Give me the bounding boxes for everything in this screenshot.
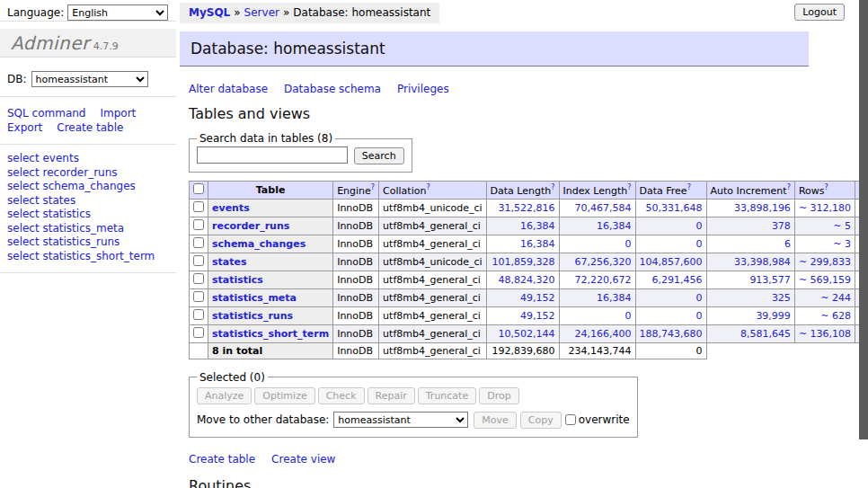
data-free-link[interactable]: 0	[696, 292, 703, 304]
table-name-link[interactable]: events	[212, 202, 250, 214]
sidebar-table-link[interactable]: statistics_short_term	[42, 250, 155, 262]
table-name-link[interactable]: statistics	[212, 274, 263, 286]
rows-link[interactable]: ~ 244	[820, 292, 851, 304]
index-length-link[interactable]: 70,467,584	[575, 202, 632, 214]
row-checkbox[interactable]	[193, 327, 204, 338]
sidebar-select-link[interactable]: select	[7, 194, 40, 207]
truncate-button[interactable]: Truncate	[418, 387, 476, 404]
data-length-link[interactable]: 10,502,144	[499, 328, 555, 340]
create-table-link[interactable]: Create table	[189, 453, 255, 466]
data-free-link[interactable]: 0	[696, 238, 703, 250]
help-link-icon[interactable]: ?	[426, 183, 430, 191]
copy-button[interactable]: Copy	[520, 412, 562, 429]
table-name-link[interactable]: recorder_runs	[212, 220, 289, 232]
help-link-icon[interactable]: ?	[627, 183, 631, 191]
index-length-link[interactable]: 72,220,672	[575, 274, 632, 286]
sidebar-link-sql-command[interactable]: SQL command	[7, 107, 85, 120]
table-name-link[interactable]: statistics_meta	[212, 292, 297, 304]
help-link-icon[interactable]: ?	[371, 183, 375, 191]
language-select[interactable]: English	[67, 4, 168, 21]
auto-increment-link[interactable]: 325	[772, 292, 791, 304]
repair-button[interactable]: Repair	[368, 387, 415, 404]
rows-link[interactable]: ~ 569,159	[799, 274, 851, 286]
index-length-link[interactable]: 0	[625, 310, 632, 322]
auto-increment-link[interactable]: 6	[784, 238, 791, 250]
sidebar-select-link[interactable]: select	[7, 222, 40, 235]
sidebar-select-link[interactable]: select	[7, 250, 40, 262]
help-link-icon[interactable]: ?	[687, 183, 691, 191]
row-checkbox[interactable]	[193, 309, 204, 320]
analyze-button[interactable]: Analyze	[197, 387, 252, 404]
auto-increment-link[interactable]: 8,581,645	[740, 328, 791, 340]
row-checkbox[interactable]	[193, 201, 204, 212]
alter-database-link[interactable]: Alter database	[189, 83, 268, 95]
move-db-select[interactable]: homeassistant	[333, 412, 468, 428]
index-length-link[interactable]: 67,256,320	[575, 256, 632, 268]
data-free-link[interactable]: 188,743,680	[640, 328, 703, 340]
rows-link[interactable]: ~ 5	[833, 220, 851, 232]
app-logo[interactable]: Adminer	[11, 32, 90, 54]
index-length-link[interactable]: 0	[625, 238, 632, 250]
logout-button[interactable]: Logout	[794, 4, 845, 21]
data-length-link[interactable]: 16,384	[520, 220, 555, 232]
data-length-link[interactable]: 16,384	[520, 238, 555, 250]
search-button[interactable]: Search	[354, 147, 404, 164]
index-length-link[interactable]: 24,166,400	[575, 328, 632, 340]
help-link-icon[interactable]: ?	[787, 183, 791, 191]
sidebar-table-link[interactable]: recorder_runs	[42, 166, 117, 179]
sidebar-select-link[interactable]: select	[7, 152, 40, 164]
optimize-button[interactable]: Optimize	[254, 387, 314, 404]
drop-button[interactable]: Drop	[479, 387, 518, 404]
breadcrumb-server-link[interactable]: Server	[244, 6, 279, 19]
rows-link[interactable]: ~ 312,180	[799, 202, 851, 214]
auto-increment-link[interactable]: 913,577	[749, 274, 791, 286]
help-link-icon[interactable]: ?	[551, 183, 554, 191]
data-free-link[interactable]: 50,331,648	[646, 202, 703, 214]
row-checkbox[interactable]	[193, 237, 204, 248]
sidebar-table-link[interactable]: events	[42, 152, 78, 164]
sidebar-table-link[interactable]: states	[42, 194, 75, 207]
data-free-link[interactable]: 0	[696, 220, 703, 232]
rows-link[interactable]: ~ 299,833	[799, 256, 851, 268]
table-name-link[interactable]: schema_changes	[212, 238, 306, 250]
sidebar-link-export[interactable]: Export	[7, 121, 42, 134]
breadcrumb-mysql-link[interactable]: MySQL	[189, 6, 230, 19]
auto-increment-link[interactable]: 378	[772, 220, 791, 232]
row-checkbox[interactable]	[193, 255, 204, 266]
sidebar-table-link[interactable]: statistics_meta	[42, 222, 124, 235]
index-length-link[interactable]: 16,384	[597, 220, 632, 232]
select-all-checkbox[interactable]	[193, 183, 204, 194]
sidebar-select-link[interactable]: select	[7, 180, 40, 192]
auto-increment-link[interactable]: 33,898,196	[734, 202, 791, 214]
rows-link[interactable]: ~ 628	[820, 310, 851, 322]
sidebar-table-link[interactable]: statistics	[42, 208, 91, 220]
rows-link[interactable]: ~ 3	[833, 238, 851, 250]
row-checkbox[interactable]	[193, 291, 204, 302]
data-length-link[interactable]: 31,522,816	[499, 202, 555, 214]
scrollbar-thumb[interactable]	[859, 0, 868, 439]
create-view-link[interactable]: Create view	[271, 453, 335, 466]
vertical-scrollbar[interactable]	[859, 0, 868, 488]
data-free-link[interactable]: 104,857,600	[640, 256, 703, 268]
table-name-link[interactable]: statistics_short_term	[212, 328, 329, 340]
sidebar-link-import[interactable]: Import	[100, 107, 136, 120]
help-link-icon[interactable]: ?	[824, 183, 828, 191]
auto-increment-link[interactable]: 39,999	[756, 310, 791, 322]
data-length-link[interactable]: 49,152	[520, 310, 555, 322]
privileges-link[interactable]: Privileges	[397, 83, 449, 95]
move-button[interactable]: Move	[474, 412, 517, 429]
db-select[interactable]: homeassistant	[31, 71, 148, 87]
table-name-link[interactable]: statistics_runs	[212, 310, 293, 322]
auto-increment-link[interactable]: 33,398,984	[734, 256, 791, 268]
sidebar-link-create-table[interactable]: Create table	[57, 121, 123, 134]
sidebar-select-link[interactable]: select	[7, 235, 40, 248]
overwrite-checkbox[interactable]	[565, 414, 576, 425]
data-free-link[interactable]: 6,291,456	[652, 274, 703, 286]
data-free-link[interactable]: 0	[696, 310, 703, 322]
sidebar-select-link[interactable]: select	[7, 208, 40, 220]
row-checkbox[interactable]	[193, 219, 204, 230]
data-length-link[interactable]: 48,824,320	[499, 274, 555, 286]
rows-link[interactable]: ~ 136,108	[799, 328, 851, 340]
database-schema-link[interactable]: Database schema	[284, 83, 381, 95]
sidebar-table-link[interactable]: statistics_runs	[42, 235, 120, 248]
